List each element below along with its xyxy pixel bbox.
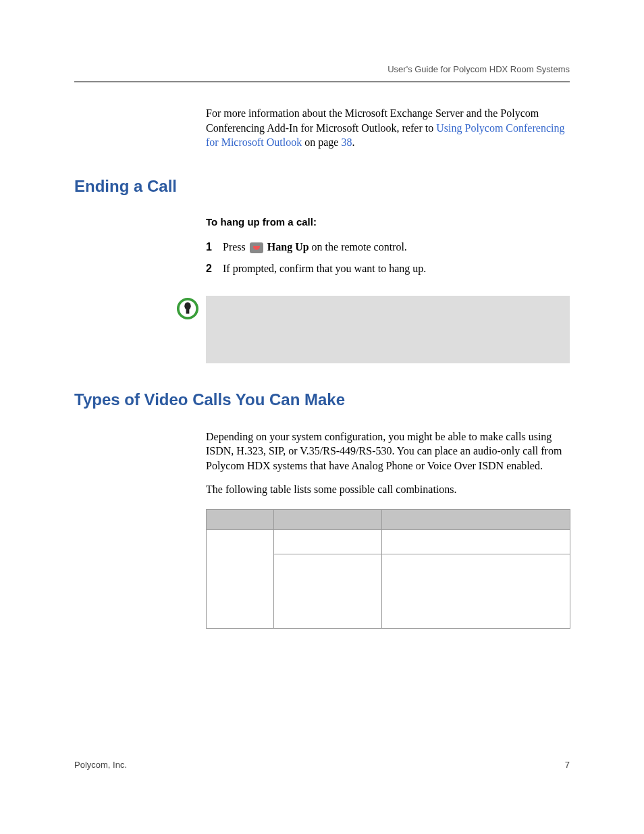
tip-icon <box>176 297 199 320</box>
table-cell <box>381 529 570 554</box>
step-text-post: on the remote control. <box>309 241 407 253</box>
call-combinations-table <box>206 509 570 629</box>
footer-page-number: 7 <box>565 760 570 770</box>
step-number: 1 <box>206 240 223 255</box>
table-cell <box>273 529 381 554</box>
intro-text-mid: on page <box>302 136 341 148</box>
note-block <box>169 296 570 363</box>
step-number: 2 <box>206 261 223 276</box>
procedure-title: To hang up from a call: <box>206 216 570 228</box>
intro-text-end: . <box>352 136 354 148</box>
types-paragraph-1: Depending on your system configuration, … <box>206 429 570 473</box>
step-content: Press Hang Up on the remote control. <box>223 240 570 255</box>
running-header: User's Guide for Polycom HDX Room System… <box>74 64 570 74</box>
step-content: If prompted, confirm that you want to ha… <box>223 261 570 276</box>
table-cell <box>207 529 274 628</box>
types-paragraph-2: The following table lists some possible … <box>206 482 570 497</box>
intro-paragraph: For more information about the Microsoft… <box>206 106 570 150</box>
table-header <box>381 509 570 529</box>
header-rule <box>74 81 570 82</box>
svg-rect-2 <box>186 309 189 314</box>
step-text-pre: Press <box>223 241 248 253</box>
hangup-icon <box>250 242 263 253</box>
table-header-row <box>207 509 570 529</box>
table-cell <box>381 554 570 628</box>
link-page-ref[interactable]: 38 <box>341 136 352 148</box>
note-icon-wrap <box>169 296 206 363</box>
note-content <box>206 296 570 363</box>
heading-ending-a-call: Ending a Call <box>74 177 570 196</box>
svg-point-1 <box>184 302 190 309</box>
table-header <box>273 509 381 529</box>
footer-company: Polycom, Inc. <box>74 760 127 770</box>
table-row <box>207 529 570 554</box>
table-header <box>207 509 274 529</box>
heading-types-of-calls: Types of Video Calls You Can Make <box>74 390 570 409</box>
table-cell <box>273 554 381 628</box>
step-2: 2 If prompted, confirm that you want to … <box>206 261 570 276</box>
step-bold: Hang Up <box>267 241 309 253</box>
page-footer: Polycom, Inc. 7 <box>74 760 570 770</box>
step-1: 1 Press Hang Up on the remote control. <box>206 240 570 255</box>
